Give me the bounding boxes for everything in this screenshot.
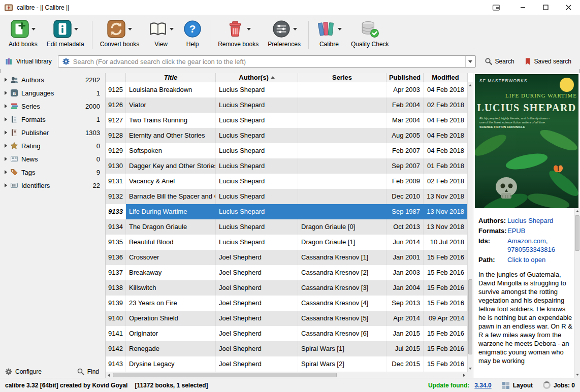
titlebar-system-icon[interactable] — [492, 4, 500, 12]
minimize-button[interactable] — [511, 0, 534, 15]
table-vertical-scrollbar[interactable] — [467, 82, 473, 372]
sidebar-item-series[interactable]: Series 2000 — [0, 100, 105, 113]
table-horizontal-scrollbar[interactable] — [106, 372, 467, 378]
author-link[interactable]: Lucius Shepard — [507, 216, 573, 225]
rating-star-icon — [10, 142, 18, 150]
title-cell: Originator — [126, 326, 216, 341]
dropdown-arrow-icon[interactable] — [31, 28, 36, 30]
expand-arrow-icon[interactable] — [5, 157, 7, 161]
sidebar-item-formats[interactable]: Formats 1 — [0, 113, 105, 126]
header-published[interactable]: Published — [386, 73, 424, 82]
header-title[interactable]: Title — [126, 73, 216, 82]
virtual-library-button[interactable]: Virtual library — [4, 56, 56, 67]
sidebar-item-authors[interactable]: Authors 2282 — [0, 73, 105, 86]
horizontal-scroll-thumb[interactable] — [113, 373, 337, 377]
format-link[interactable]: EPUB — [507, 226, 573, 235]
close-button[interactable] — [557, 0, 580, 15]
expand-arrow-icon[interactable] — [5, 183, 7, 187]
expand-arrow-icon[interactable] — [5, 170, 7, 174]
sidebar-item-rating[interactable]: Rating 0 — [0, 139, 105, 152]
scroll-down-button[interactable] — [574, 372, 580, 378]
expand-arrow-icon[interactable] — [5, 117, 7, 121]
edit-metadata-button[interactable]: Edit metadata — [42, 18, 89, 49]
table-row[interactable]: 9127 Two Trains Running Lucius Shepard M… — [106, 113, 468, 128]
book-cover[interactable]: SF MASTERWORKS LIFE DURING WARTIME LUCIU… — [475, 74, 578, 208]
table-row[interactable]: 9138 Killswitch Joel Shepherd Cassandra … — [106, 280, 468, 296]
published-cell: Jul 2015 — [386, 341, 424, 356]
expand-arrow-icon[interactable] — [5, 78, 7, 82]
saved-search-button[interactable]: Saved search — [519, 56, 576, 67]
dropdown-arrow-icon[interactable] — [338, 28, 342, 30]
table-row[interactable]: 9135 Beautiful Blood Lucius Shepard Drag… — [106, 235, 468, 250]
vertical-scroll-thumb[interactable] — [468, 279, 472, 354]
view-button[interactable]: View — [144, 18, 178, 49]
maximize-button[interactable] — [534, 0, 557, 15]
search-input[interactable] — [71, 58, 465, 66]
scroll-up-button[interactable] — [468, 82, 473, 88]
advanced-search-gear-icon[interactable] — [61, 56, 71, 67]
dropdown-arrow-icon[interactable] — [247, 28, 251, 30]
expand-arrow-icon[interactable] — [5, 144, 7, 148]
quality-check-button[interactable]: Quality Check — [346, 18, 394, 49]
row-number-cell: 9132 — [106, 189, 126, 204]
scroll-up-button[interactable] — [574, 208, 580, 214]
table-row[interactable]: 9143 Drysine Legacy Joel Shepherd Spiral… — [106, 356, 468, 372]
details-scrollbar[interactable] — [574, 208, 580, 378]
sidebar-item-identifiers[interactable]: Identifiers 22 — [0, 179, 105, 192]
search-button[interactable]: Search — [480, 56, 519, 67]
table-row[interactable]: 9132 Barnacle Bill the Spacer and Ot... … — [106, 189, 468, 204]
table-row[interactable]: 9142 Renegade Joel Shepherd Spiral Wars … — [106, 341, 468, 356]
table-row[interactable]: 9126 Viator Lucius Shepard Feb 2004 02 F… — [106, 97, 468, 113]
scroll-down-button[interactable] — [468, 366, 473, 372]
preferences-button[interactable]: Preferences — [263, 18, 305, 49]
identifiers-icon — [10, 181, 18, 189]
table-row[interactable]: 9141 Originator Joel Shepherd Cassandra … — [106, 326, 468, 341]
table-row[interactable]: 9137 Breakaway Joel Shepherd Cassandra K… — [106, 265, 468, 280]
add-books-button[interactable]: Add books — [4, 18, 42, 49]
configure-button[interactable]: Configure — [5, 368, 42, 376]
dropdown-arrow-icon[interactable] — [293, 28, 297, 30]
details-scroll-thumb[interactable] — [575, 215, 579, 251]
table-row[interactable]: 9131 Vacancy & Ariel Lucius Shepard Feb … — [106, 174, 468, 189]
expand-arrow-icon[interactable] — [5, 104, 7, 108]
update-version-link[interactable]: 3.34.0 — [474, 382, 491, 389]
sidebar-item-publisher[interactable]: Publisher 1303 — [0, 126, 105, 139]
find-button[interactable]: Find — [77, 368, 99, 376]
header-authors[interactable]: Author(s) — [216, 73, 298, 82]
sidebar-item-tags[interactable]: Tags 9 — [0, 166, 105, 179]
isbn-id-link[interactable]: 9780553343816 — [507, 246, 555, 253]
table-row[interactable]: 9133 Life During Wartime Lucius Shepard … — [106, 204, 468, 219]
layout-button[interactable]: Layout — [502, 381, 533, 389]
sidebar-item-languages[interactable]: a Languages 1 — [0, 86, 105, 100]
expand-arrow-icon[interactable] — [5, 91, 7, 95]
scroll-right-button[interactable] — [461, 372, 467, 378]
table-row[interactable]: 9136 Crossover Joel Shepherd Cassandra K… — [106, 250, 468, 265]
path-link[interactable]: Click to open — [507, 255, 573, 264]
search-row: Virtual library — [0, 54, 580, 69]
sidebar-item-news[interactable]: News 0 — [0, 152, 105, 166]
expand-arrow-icon[interactable] — [5, 130, 7, 135]
table-row[interactable]: 9129 Softspoken Lucius Shepard Feb 2007 … — [106, 143, 468, 158]
header-series[interactable]: Series — [298, 73, 386, 82]
table-row[interactable]: 9139 23 Years on Fire Joel Shepherd Cass… — [106, 296, 468, 311]
convert-books-button[interactable]: Convert books — [95, 18, 144, 49]
amazon-id-link[interactable]: Amazon.com, — [507, 237, 547, 245]
dropdown-arrow-icon[interactable] — [74, 28, 78, 30]
table-row[interactable]: 9125 Louisiana Breakdown Lucius Shepard … — [106, 82, 468, 97]
convert-books-icon — [107, 19, 126, 39]
table-row[interactable]: 9130 Dagger Key and Other Stories Lucius… — [106, 158, 468, 174]
table-row[interactable]: 9128 Eternity and Other Stories Lucius S… — [106, 128, 468, 143]
calibre-library-button[interactable]: Calibre — [312, 18, 346, 49]
dropdown-arrow-icon[interactable] — [128, 28, 132, 30]
scroll-left-button[interactable] — [106, 372, 112, 378]
modified-cell: 15 Feb 2016 — [424, 265, 468, 280]
help-button[interactable]: ? Help — [178, 18, 207, 49]
table-row[interactable]: 9140 Operation Shield Joel Shepherd Cass… — [106, 311, 468, 326]
header-modified[interactable]: Modified — [424, 73, 468, 82]
dropdown-arrow-icon[interactable] — [170, 28, 174, 30]
table-row[interactable]: 9134 The Dragon Griaule Lucius Shepard D… — [106, 219, 468, 235]
search-history-dropdown-icon[interactable] — [465, 56, 475, 67]
jobs-button[interactable]: Jobs: 0 — [543, 381, 575, 389]
published-cell: Oct 2013 — [386, 219, 424, 235]
remove-books-button[interactable]: Remove books — [213, 18, 263, 49]
